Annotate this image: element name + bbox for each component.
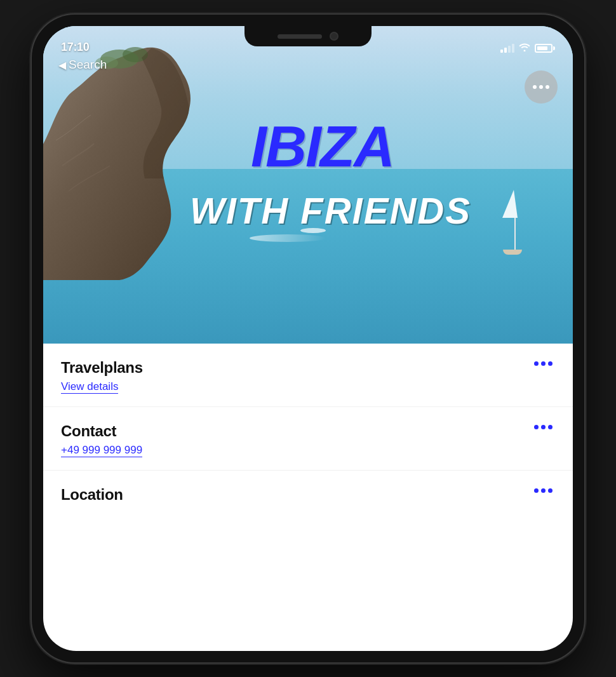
- content-area: Travelplans View details Contact +49 999: [43, 344, 573, 510]
- battery-icon: [535, 44, 555, 53]
- hero-more-button[interactable]: [525, 70, 558, 104]
- contact-more-button[interactable]: [532, 422, 555, 432]
- nav-back[interactable]: ◀ Search: [58, 58, 107, 72]
- sailboat-hull: [503, 250, 522, 255]
- contact-section: Contact +49 999 999 999: [43, 407, 573, 471]
- notch-speaker: [278, 34, 322, 39]
- view-details-link[interactable]: View details: [61, 380, 118, 394]
- travelplans-more-button[interactable]: [532, 359, 555, 368]
- notch-camera: [330, 32, 338, 41]
- status-icons: [500, 43, 555, 54]
- sailboat-sail: [502, 190, 518, 218]
- signal-icon: [500, 44, 514, 53]
- contact-title: Contact: [61, 422, 142, 440]
- location-header: Location: [61, 486, 555, 504]
- notch: [244, 26, 372, 46]
- travelplans-section: Travelplans View details: [43, 344, 573, 407]
- status-time: 17:10: [61, 41, 90, 54]
- back-label: Search: [69, 58, 107, 72]
- travelplans-header: Travelplans View details: [61, 359, 555, 394]
- phone-device: 17:10: [32, 15, 584, 662]
- motorboat-wake: [250, 234, 326, 242]
- sailboat-mast: [514, 218, 516, 250]
- sailboat: [507, 218, 522, 255]
- contact-phone-link[interactable]: +49 999 999 999: [61, 444, 142, 457]
- location-section: Location: [43, 471, 573, 510]
- travelplans-title-area: Travelplans View details: [61, 359, 143, 394]
- phone-screen: 17:10: [43, 26, 573, 651]
- hero-title-friends: WITH FRIENDS: [190, 189, 471, 232]
- wifi-icon: [518, 43, 531, 54]
- hero-image: 17:10: [43, 26, 573, 344]
- hero-title-ibiza: IBIZA: [251, 121, 394, 173]
- contact-header: Contact +49 999 999 999: [61, 422, 555, 457]
- contact-info-area: Contact +49 999 999 999: [61, 422, 142, 457]
- location-more-button[interactable]: [532, 486, 555, 495]
- more-dots-icon: [533, 85, 549, 89]
- back-arrow-icon: ◀: [58, 59, 66, 71]
- hero-rock: [43, 39, 215, 280]
- location-title: Location: [61, 486, 123, 504]
- travelplans-title: Travelplans: [61, 359, 143, 377]
